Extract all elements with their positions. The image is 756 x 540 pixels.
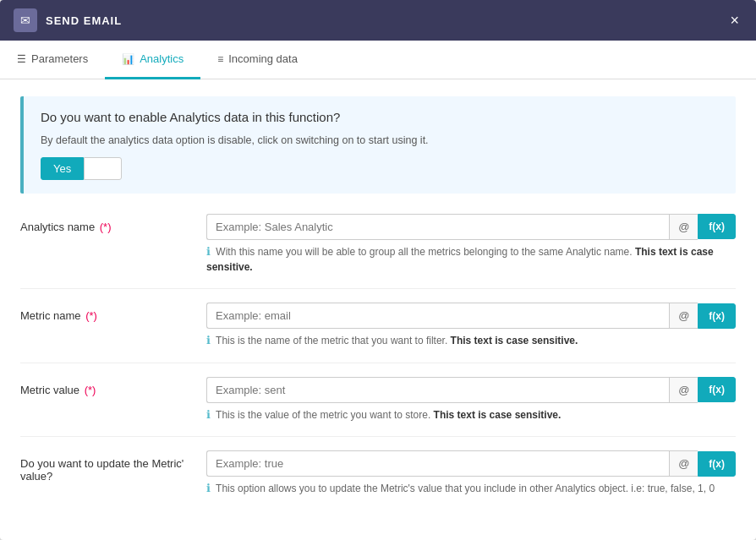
tab-parameters-label: Parameters bbox=[31, 52, 88, 65]
update-metric-label: Do you want to update the Metric' value? bbox=[20, 450, 206, 483]
tab-analytics[interactable]: 📊 Analytics bbox=[105, 41, 200, 79]
update-metric-input-row: @ f(x) bbox=[206, 450, 736, 477]
update-metric-hint: ℹ This option allows you to update the M… bbox=[206, 480, 736, 497]
metric-name-required: (*) bbox=[85, 309, 97, 322]
metric-value-input-row: @ f(x) bbox=[206, 377, 736, 403]
incoming-data-icon: ≡ bbox=[217, 53, 223, 65]
analytics-info-box: Do you want to enable Analytics data in … bbox=[20, 96, 736, 194]
update-metric-at-button[interactable]: @ bbox=[669, 450, 698, 477]
metric-name-fx-button[interactable]: f(x) bbox=[698, 303, 736, 329]
metric-name-hint: ℹ This is the name of the metric that yo… bbox=[206, 332, 736, 349]
toggle-yes-button[interactable]: Yes bbox=[41, 157, 84, 180]
modal-title: SEND EMAIL bbox=[46, 14, 122, 27]
parameters-icon: ☰ bbox=[17, 53, 26, 65]
modal-body: Do you want to enable Analytics data in … bbox=[0, 79, 756, 540]
analytics-name-field-group: @ f(x) ℹ With this name you will be able… bbox=[206, 214, 736, 275]
metric-value-hint-icon: ℹ bbox=[206, 408, 211, 421]
update-metric-field-group: @ f(x) ℹ This option allows you to updat… bbox=[206, 450, 736, 497]
metric-name-field-group: @ f(x) ℹ This is the name of the metric … bbox=[206, 303, 736, 349]
analytics-name-input[interactable] bbox=[206, 214, 669, 240]
tab-bar: ☰ Parameters 📊 Analytics ≡ Incoming data bbox=[0, 41, 756, 79]
update-metric-hint-icon: ℹ bbox=[206, 482, 211, 494]
analytics-name-hint: ℹ With this name you will be able to gro… bbox=[206, 243, 736, 275]
modal-header: ✉ SEND EMAIL × bbox=[0, 0, 756, 41]
analytics-name-required: (*) bbox=[100, 221, 112, 233]
modal-header-left: ✉ SEND EMAIL bbox=[14, 8, 122, 32]
divider-1 bbox=[20, 288, 736, 289]
info-box-description: By default the analytics data option is … bbox=[41, 133, 719, 149]
info-box-title: Do you want to enable Analytics data in … bbox=[41, 110, 719, 124]
metric-name-input-row: @ f(x) bbox=[206, 303, 736, 329]
divider-2 bbox=[20, 363, 736, 363]
metric-value-row: Metric value (*) @ f(x) ℹ This is the va… bbox=[20, 377, 736, 423]
update-metric-input[interactable] bbox=[206, 450, 669, 477]
metric-value-fx-button[interactable]: f(x) bbox=[698, 377, 736, 402]
toggle-no-button[interactable] bbox=[84, 157, 121, 180]
metric-value-required: (*) bbox=[85, 384, 96, 396]
analytics-name-input-row: @ f(x) bbox=[206, 214, 736, 240]
metric-name-input[interactable] bbox=[206, 303, 669, 329]
tab-incoming-data[interactable]: ≡ Incoming data bbox=[200, 41, 315, 79]
analytics-icon: 📊 bbox=[122, 53, 134, 65]
analytics-name-at-button[interactable]: @ bbox=[669, 214, 698, 240]
tab-analytics-label: Analytics bbox=[140, 52, 184, 65]
divider-3 bbox=[20, 436, 736, 437]
analytics-name-fx-button[interactable]: f(x) bbox=[698, 214, 736, 239]
update-metric-fx-button[interactable]: f(x) bbox=[698, 451, 736, 477]
email-icon: ✉ bbox=[14, 8, 37, 32]
tab-incoming-data-label: Incoming data bbox=[228, 52, 298, 65]
metric-value-hint: ℹ This is the value of the metric you wa… bbox=[206, 406, 736, 423]
analytics-toggle: Yes bbox=[41, 157, 719, 180]
metric-name-at-button[interactable]: @ bbox=[669, 303, 698, 329]
analytics-name-label: Analytics name (*) bbox=[20, 214, 206, 233]
metric-value-at-button[interactable]: @ bbox=[669, 377, 698, 403]
update-metric-row: Do you want to update the Metric' value?… bbox=[20, 450, 736, 497]
close-button[interactable]: × bbox=[726, 9, 742, 31]
metric-name-hint-icon: ℹ bbox=[206, 334, 211, 346]
metric-value-field-group: @ f(x) ℹ This is the value of the metric… bbox=[206, 377, 736, 423]
analytics-name-row: Analytics name (*) @ f(x) ℹ With this na… bbox=[20, 214, 736, 275]
modal-container: ✉ SEND EMAIL × ☰ Parameters 📊 Analytics … bbox=[0, 0, 756, 540]
metric-value-label: Metric value (*) bbox=[20, 377, 206, 396]
analytics-name-hint-icon: ℹ bbox=[206, 245, 211, 258]
tab-parameters[interactable]: ☰ Parameters bbox=[0, 41, 105, 79]
metric-name-row: Metric name (*) @ f(x) ℹ This is the nam… bbox=[20, 303, 736, 349]
metric-value-input[interactable] bbox=[206, 377, 669, 403]
metric-name-label: Metric name (*) bbox=[20, 303, 206, 322]
